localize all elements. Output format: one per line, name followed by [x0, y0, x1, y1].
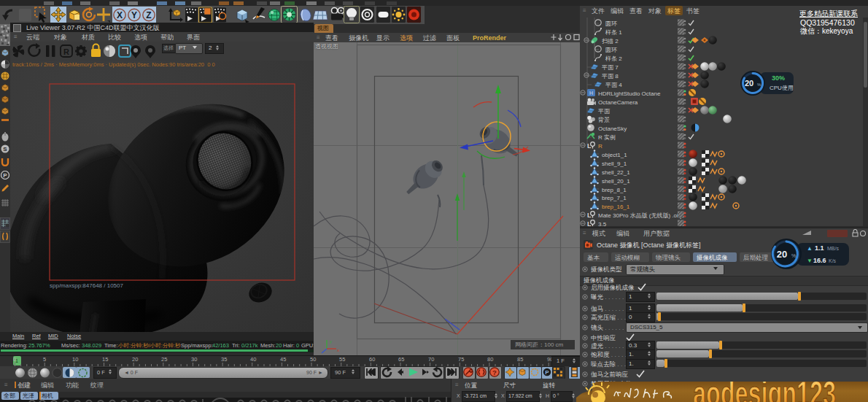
- svg-text:Y: Y: [131, 10, 137, 20]
- svg-text:aodesign123: aodesign123: [693, 382, 836, 402]
- svg-text:样条 2: 样条 2: [605, 55, 622, 62]
- svg-text:%: %: [791, 253, 796, 258]
- svg-text:brep_7_1: brep_7_1: [602, 195, 627, 201]
- svg-text:1.1: 1.1: [815, 244, 824, 252]
- svg-text:R 实例: R 实例: [598, 134, 616, 141]
- svg-text:Mate 30Pro 水晶版 (无线版) .obj: Mate 30Pro 水晶版 (无线版) .obj: [598, 212, 681, 219]
- svg-text:平面 4: 平面 4: [605, 82, 622, 88]
- svg-text:y: y: [330, 339, 332, 344]
- svg-text:spp/maxspp:847648 / 10507: spp/maxspp:847648 / 10507: [50, 282, 124, 289]
- svg-text:圆环: 圆环: [605, 20, 617, 27]
- svg-text:X: X: [117, 10, 123, 20]
- svg-text:扫描 2: 扫描 2: [602, 38, 619, 45]
- svg-text:?: ?: [492, 368, 497, 376]
- svg-text:shell_9_1: shell_9_1: [602, 161, 627, 167]
- svg-text:样条 1: 样条 1: [605, 29, 622, 36]
- svg-text:20: 20: [745, 79, 753, 88]
- svg-text:brep_16_1: brep_16_1: [602, 204, 630, 210]
- svg-text:16.6: 16.6: [813, 257, 826, 264]
- svg-text:shell_20_1: shell_20_1: [602, 178, 630, 185]
- svg-text:HDRLightStudio Octane: HDRLightStudio Octane: [598, 90, 661, 97]
- svg-text:平面 7: 平面 7: [602, 64, 619, 71]
- svg-text:30%: 30%: [772, 74, 785, 82]
- svg-text:H: H: [589, 90, 593, 96]
- svg-text:Z: Z: [146, 10, 151, 20]
- svg-text:object1_1: object1_1: [602, 152, 627, 158]
- svg-text:K/s: K/s: [829, 258, 837, 263]
- svg-text:MB/s: MB/s: [827, 246, 839, 251]
- svg-text:R: R: [63, 47, 69, 56]
- svg-text:shell_22_1: shell_22_1: [602, 169, 630, 176]
- svg-text:brep_8_1: brep_8_1: [602, 187, 627, 193]
- svg-text:x: x: [337, 348, 339, 352]
- svg-text:S: S: [3, 146, 7, 152]
- svg-text:▲: ▲: [807, 245, 813, 252]
- svg-text:OctaneCamera: OctaneCamera: [598, 99, 638, 106]
- svg-text:▼: ▼: [807, 258, 813, 264]
- svg-text:%: %: [757, 82, 762, 87]
- svg-text:P: P: [545, 369, 549, 376]
- svg-text:OctaneSky: OctaneSky: [598, 125, 627, 132]
- svg-text:P: P: [3, 172, 7, 179]
- svg-text:平面: 平面: [598, 108, 611, 115]
- svg-text:CPU使用: CPU使用: [770, 85, 794, 91]
- svg-text:圆环: 圆环: [605, 47, 617, 53]
- svg-text:R: R: [598, 143, 602, 150]
- svg-text:背景: 背景: [598, 117, 610, 123]
- svg-text:20: 20: [777, 249, 787, 260]
- svg-text:平面 8: 平面 8: [602, 73, 619, 80]
